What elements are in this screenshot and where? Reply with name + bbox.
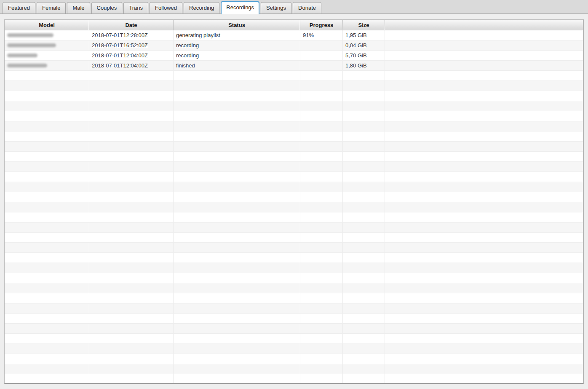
date-cell	[89, 344, 174, 354]
size-cell	[343, 121, 385, 131]
tab-male[interactable]: Male	[67, 2, 90, 13]
progress-cell	[300, 40, 343, 50]
table-row-empty	[5, 344, 583, 354]
table-row[interactable]: 2018-07-01T16:52:00Zrecording0,04 GiB	[5, 40, 583, 51]
filler-cell	[385, 182, 583, 192]
tab-recordings[interactable]: Recordings	[221, 1, 259, 14]
status-cell	[174, 324, 300, 333]
progress-cell: 91%	[300, 30, 343, 40]
status-cell: finished	[174, 61, 300, 70]
tab-female[interactable]: Female	[37, 2, 66, 13]
model-cell	[5, 202, 89, 212]
date-cell	[89, 334, 174, 343]
size-cell: 5,70 GiB	[343, 51, 385, 60]
filler-cell	[385, 61, 583, 70]
progress-cell	[300, 334, 343, 343]
table-row[interactable]: 2018-07-01T12:04:00Zrecording5,70 GiB	[5, 51, 583, 61]
table-body: 2018-07-01T12:28:00Zgenerating playlist9…	[5, 30, 583, 384]
size-cell: 1,80 GiB	[343, 61, 385, 70]
table-row-empty	[5, 142, 583, 152]
size-cell	[343, 354, 385, 364]
size-cell	[343, 223, 385, 232]
date-cell	[89, 101, 174, 111]
size-cell	[343, 374, 385, 384]
column-header-status[interactable]: Status	[174, 20, 300, 30]
status-cell	[174, 273, 300, 283]
filler-cell	[385, 233, 583, 242]
column-header-model[interactable]: Model	[5, 20, 89, 30]
model-cell	[5, 293, 89, 303]
progress-cell	[300, 81, 343, 91]
tab-trans[interactable]: Trans	[123, 2, 148, 13]
model-cell	[5, 91, 89, 101]
tab-settings[interactable]: Settings	[261, 2, 291, 13]
progress-cell	[300, 162, 343, 172]
progress-cell	[300, 101, 343, 111]
model-cell	[5, 263, 89, 273]
model-cell	[5, 233, 89, 242]
table-row-empty	[5, 121, 583, 131]
progress-cell	[300, 243, 343, 252]
date-cell	[89, 263, 174, 273]
table-row-empty	[5, 314, 583, 324]
filler-cell	[385, 91, 583, 101]
progress-cell	[300, 223, 343, 232]
size-cell	[343, 142, 385, 151]
tab-recording[interactable]: Recording	[184, 2, 219, 13]
progress-cell	[300, 142, 343, 151]
progress-cell	[300, 233, 343, 242]
model-cell	[5, 142, 89, 151]
model-cell	[5, 364, 89, 374]
filler-cell	[385, 324, 583, 333]
model-cell	[5, 223, 89, 232]
table-row-empty	[5, 162, 583, 172]
status-cell	[174, 71, 300, 80]
model-cell	[5, 273, 89, 283]
size-cell	[343, 263, 385, 273]
table-row-empty	[5, 263, 583, 273]
date-cell	[89, 111, 174, 121]
column-header-date[interactable]: Date	[89, 20, 174, 30]
date-cell	[89, 121, 174, 131]
status-cell	[174, 121, 300, 131]
date-cell	[89, 131, 174, 141]
table-row[interactable]: 2018-07-01T12:28:00Zgenerating playlist9…	[5, 30, 583, 40]
status-cell: generating playlist	[174, 30, 300, 40]
filler-cell	[385, 40, 583, 50]
date-cell: 2018-07-01T12:28:00Z	[89, 30, 174, 40]
column-header-progress[interactable]: Progress	[300, 20, 343, 30]
table-row-empty	[5, 101, 583, 111]
tab-couples[interactable]: Couples	[91, 2, 123, 13]
size-cell	[343, 293, 385, 303]
tab-followed[interactable]: Followed	[150, 2, 182, 13]
size-cell	[343, 303, 385, 313]
progress-cell	[300, 253, 343, 263]
progress-cell	[300, 364, 343, 374]
model-cell	[5, 314, 89, 323]
filler-cell	[385, 192, 583, 202]
model-cell	[5, 152, 89, 161]
status-cell	[174, 142, 300, 151]
column-header-size[interactable]: Size	[343, 20, 385, 30]
table-row-empty	[5, 152, 583, 162]
progress-cell	[300, 202, 343, 212]
model-cell	[5, 334, 89, 343]
size-cell	[343, 233, 385, 242]
size-cell	[343, 202, 385, 212]
filler-cell	[385, 51, 583, 60]
filler-cell	[385, 364, 583, 374]
size-cell	[343, 283, 385, 293]
status-cell	[174, 263, 300, 273]
table-row-empty	[5, 354, 583, 364]
tab-featured[interactable]: Featured	[3, 2, 35, 13]
tab-donate[interactable]: Donate	[293, 2, 321, 13]
date-cell	[89, 354, 174, 364]
progress-cell	[300, 91, 343, 101]
table-row[interactable]: 2018-07-01T12:04:00Zfinished1,80 GiB	[5, 61, 583, 71]
progress-cell	[300, 172, 343, 182]
status-cell: recording	[174, 51, 300, 60]
filler-cell	[385, 212, 583, 222]
filler-cell	[385, 111, 583, 121]
progress-cell	[300, 324, 343, 333]
size-cell	[343, 172, 385, 182]
